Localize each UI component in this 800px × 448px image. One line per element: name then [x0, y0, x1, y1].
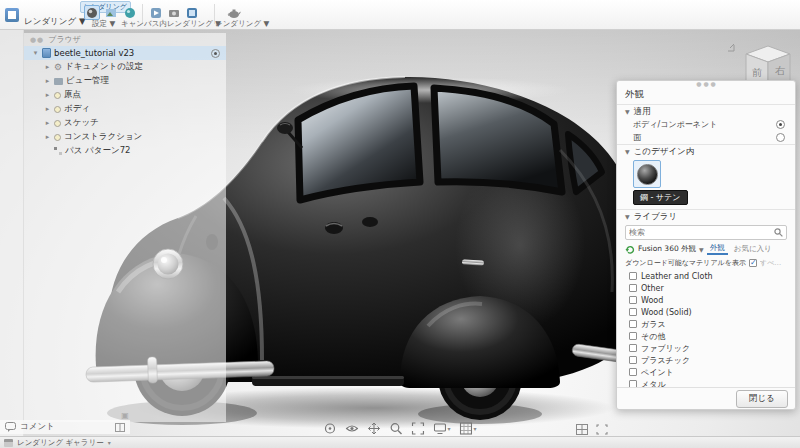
- section-library[interactable]: ▼ ライブラリ: [617, 210, 795, 223]
- refresh-icon[interactable]: [625, 244, 635, 254]
- folder-row[interactable]: Wood (Solid): [617, 306, 795, 318]
- comment-bubble-icon[interactable]: [5, 422, 16, 432]
- appearance-tool-button[interactable]: [84, 5, 100, 20]
- library-source-select[interactable]: Fusion 360 外観: [638, 244, 696, 254]
- teapot-render-icon[interactable]: [226, 5, 242, 20]
- multi-view-icon[interactable]: [576, 424, 588, 435]
- toolbar: レンダリング ▼ レンダリング 設定 ▼ キャンバス内レンダリング ▼: [0, 0, 800, 30]
- folder-row[interactable]: ファブリック: [617, 342, 795, 354]
- gallery-label[interactable]: レンダリング ギャラリー: [17, 438, 104, 448]
- orbit-icon[interactable]: [323, 422, 336, 435]
- folder-checkbox[interactable]: [629, 284, 637, 292]
- caret-down-icon: ▾: [447, 425, 450, 432]
- workspace-selector[interactable]: レンダリング ▼: [24, 16, 85, 28]
- folder-row[interactable]: メタル: [617, 378, 795, 387]
- caret-right-icon[interactable]: ▸: [44, 77, 51, 85]
- folder-row[interactable]: その他: [617, 330, 795, 342]
- caret-right-icon[interactable]: ▸: [44, 105, 51, 113]
- folder-checkbox[interactable]: [629, 296, 637, 304]
- gallery-icon: [4, 439, 13, 447]
- browser-row-view-management[interactable]: ▸ ビュー管理: [24, 74, 226, 88]
- scene-settings-icon[interactable]: [103, 5, 119, 20]
- panel-resize-grip[interactable]: ▣: [121, 411, 129, 420]
- appearance-dialog: ● ● ● 外観 ▼ 適用 ボディ/コンポーネント 面 ▼ このデザイン内 鋼 …: [616, 80, 796, 410]
- radio-body-component[interactable]: [776, 120, 785, 129]
- pan-icon[interactable]: [367, 422, 380, 435]
- tab-appearance[interactable]: 外観: [707, 243, 728, 255]
- document-icon: [42, 48, 51, 58]
- zoom-icon[interactable]: [389, 422, 402, 435]
- capture-image-icon[interactable]: [166, 5, 182, 20]
- radio-face[interactable]: [776, 133, 785, 142]
- render-group-label[interactable]: レンダリング ▼: [215, 19, 269, 29]
- browser-title: ブラウザ: [48, 34, 81, 45]
- in-design-swatches: 鋼 - サテン: [617, 158, 795, 209]
- steel-satin-swatch[interactable]: [637, 164, 658, 185]
- folder-checkbox[interactable]: [629, 308, 637, 316]
- caret-right-icon[interactable]: ▸: [44, 63, 51, 71]
- browser-row-document-settings[interactable]: ▸ ⚙ ドキュメントの設定: [24, 60, 226, 74]
- library-folder-list: Leather and Cloth Other Wood Wood (Solid…: [617, 269, 795, 387]
- incanvas-settings-icon[interactable]: [184, 5, 200, 20]
- folder-row[interactable]: Other: [617, 282, 795, 294]
- folder-row[interactable]: プラスチック: [617, 354, 795, 366]
- folder-checkbox[interactable]: [629, 320, 637, 328]
- visibility-bulb-icon[interactable]: [54, 120, 61, 127]
- rendering-gallery-bar[interactable]: レンダリング ギャラリー ▾: [0, 436, 800, 448]
- viewcube-front-label: 前: [752, 67, 762, 78]
- gear-icon: ⚙: [54, 63, 62, 72]
- material-swatch-selected[interactable]: [633, 160, 661, 188]
- caret-right-icon[interactable]: ▸: [44, 119, 51, 127]
- downloadable-checkbox[interactable]: [749, 259, 757, 267]
- caret-down-icon[interactable]: ▾: [32, 49, 39, 57]
- folder-checkbox[interactable]: [629, 380, 637, 387]
- browser-row-origin[interactable]: ▸ 原点: [24, 88, 226, 102]
- section-apply-label: 適用: [634, 106, 651, 118]
- panel-grip-icon[interactable]: ●●: [30, 36, 44, 44]
- grid-snap-icon[interactable]: ▾: [460, 422, 477, 435]
- close-button[interactable]: 閉じる: [736, 390, 788, 408]
- folder-checkbox[interactable]: [629, 344, 637, 352]
- visibility-bulb-icon[interactable]: [54, 134, 61, 141]
- folder-checkbox[interactable]: [629, 332, 637, 340]
- browser-root-row[interactable]: ▾ beetle_tutorial v23: [24, 46, 226, 60]
- texture-map-icon[interactable]: [122, 5, 138, 20]
- fullscreen-icon[interactable]: [596, 424, 608, 435]
- data-panel-icon[interactable]: [5, 8, 19, 22]
- folder-row[interactable]: ペイント: [617, 366, 795, 378]
- comment-panel-icon[interactable]: [115, 423, 125, 432]
- fusion360-window: レンダリング ▼ レンダリング 設定 ▼ キャンバス内レンダリング ▼: [0, 0, 800, 448]
- folder-checkbox[interactable]: [629, 272, 637, 280]
- apply-option-face[interactable]: 面: [617, 131, 795, 144]
- settings-group-label[interactable]: 設定 ▼: [92, 19, 115, 29]
- folder-row[interactable]: ガラス: [617, 318, 795, 330]
- library-search-input[interactable]: [629, 228, 774, 237]
- browser-row-bodies[interactable]: ▸ ボディ: [24, 102, 226, 116]
- folder-checkbox[interactable]: [629, 368, 637, 376]
- visibility-bulb-icon[interactable]: [54, 106, 61, 113]
- tab-favorites[interactable]: お気に入り: [731, 244, 775, 254]
- library-search: [625, 225, 787, 240]
- comment-label[interactable]: コメント: [20, 421, 111, 433]
- tree-item-label: 原点: [64, 89, 81, 101]
- fit-icon[interactable]: [411, 422, 424, 435]
- apply-option-body-component[interactable]: ボディ/コンポーネント: [617, 118, 795, 131]
- display-settings-icon[interactable]: ▾: [433, 422, 450, 435]
- visibility-bulb-icon[interactable]: [54, 92, 61, 99]
- folder-row[interactable]: Wood: [617, 294, 795, 306]
- download-all-link[interactable]: すべてダウンロード...: [760, 258, 787, 268]
- browser-row-construction[interactable]: ▸ コンストラクション: [24, 130, 226, 144]
- folder-checkbox[interactable]: [629, 356, 637, 364]
- caret-right-icon[interactable]: ▸: [44, 91, 51, 99]
- browser-row-path-pattern[interactable]: パス パターン72: [24, 144, 226, 158]
- caret-right-icon[interactable]: ▸: [44, 133, 51, 141]
- activate-component-radio[interactable]: [211, 49, 220, 58]
- incanvas-group-label[interactable]: キャンバス内レンダリング ▼: [121, 19, 221, 29]
- browser-row-sketches[interactable]: ▸ スケッチ: [24, 116, 226, 130]
- look-at-icon[interactable]: [345, 422, 358, 435]
- section-apply[interactable]: ▼ 適用: [617, 105, 795, 118]
- folder-row[interactable]: Leather and Cloth: [617, 270, 795, 282]
- section-in-design[interactable]: ▼ このデザイン内: [617, 145, 795, 158]
- incanvas-render-icon[interactable]: [148, 5, 164, 20]
- folder-label: プラスチック: [641, 355, 690, 366]
